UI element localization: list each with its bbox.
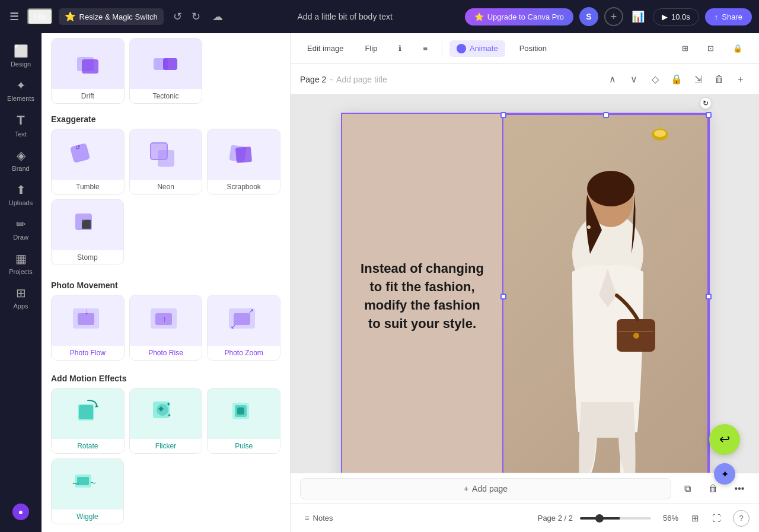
preview-button[interactable]: ▶ 10.0s [653, 8, 699, 26]
animate-button[interactable]: Animate [449, 40, 505, 57]
menu-icon[interactable]: ☰ [7, 8, 21, 26]
anim-card-photo-flow[interactable]: ↓ Photo Flow [51, 295, 125, 361]
info-button[interactable]: ℹ [391, 40, 409, 56]
canvas-top-bar: Page 2 - Add page title ∧ ∨ ◇ 🔒 ⇲ 🗑 + [291, 64, 759, 95]
checkerboard-button[interactable]: ⊞ [675, 40, 696, 56]
fullscreen-button[interactable]: ⛶ [707, 509, 726, 528]
undo-button[interactable]: ↺ [170, 8, 186, 26]
edit-image-button[interactable]: Edit image [300, 40, 350, 56]
anim-card-tectonic[interactable]: Tectonic [129, 38, 203, 104]
page-delete-button[interactable]: 🗑 [710, 71, 728, 88]
animation-icon-button[interactable]: ◇ [646, 71, 664, 88]
page-lock-button[interactable]: 🔒 [668, 71, 685, 88]
redo-button[interactable]: ↻ [188, 8, 204, 26]
rotate-handle-top[interactable]: ↻ [700, 97, 712, 109]
fab-arrow-button[interactable]: ↩ [709, 424, 740, 455]
rotate-label: Rotate [52, 439, 124, 453]
canvas-quote-text: Instead of changing to fit the fashion, … [360, 260, 484, 333]
zoom-slider[interactable] [580, 517, 651, 520]
svg-rect-18 [155, 313, 172, 325]
anim-card-photo-zoom[interactable]: ↗ ↙ Photo Zoom [207, 295, 280, 361]
share-icon: ↑ [715, 12, 719, 21]
sidebar-item-draw[interactable]: ✏ Draw [2, 212, 39, 246]
page-indicator: Page 2 / 2 [538, 514, 573, 523]
undo-redo-group: ↺ ↻ [170, 8, 204, 26]
design-canvas[interactable]: Instead of changing to fit the fashion, … [341, 113, 709, 473]
add-collaborator-button[interactable]: + [604, 7, 623, 26]
more-options-button[interactable]: ••• [729, 479, 750, 499]
sidebar-item-apps[interactable]: ⊞ Apps [2, 281, 39, 314]
cloud-save-icon[interactable]: ☁ [210, 8, 225, 26]
anim-card-pulse[interactable]: Pulse [207, 388, 280, 454]
canvas-top-right-icons: ∧ ∨ ◇ 🔒 ⇲ 🗑 + [604, 71, 750, 88]
add-page-title-button[interactable]: Add page title [336, 75, 387, 84]
page-up-button[interactable]: ∧ [604, 71, 621, 88]
grid-view-button[interactable]: ⊞ [685, 509, 704, 528]
sidebar-item-brand[interactable]: ◈ Brand [2, 144, 39, 177]
sidebar-item-design[interactable]: ⬜ Design [2, 39, 39, 72]
anim-card-tumble[interactable]: ↺ Tumble [51, 129, 125, 195]
sidebar-item-elements[interactable]: ✦ Elements [2, 74, 39, 107]
notes-button[interactable]: ≡ Notes [300, 511, 338, 525]
page-add-button[interactable]: + [732, 71, 750, 88]
share-button[interactable]: ↑ Share [705, 8, 752, 26]
photo-rise-thumb-icon: ↑ [145, 300, 186, 342]
svg-point-43 [587, 171, 634, 206]
magic-switch-label: Resize & Magic Switch [79, 12, 158, 21]
magic-switch-emoji: ⭐ [65, 11, 76, 22]
position-button[interactable]: Position [512, 40, 554, 56]
pulse-thumb-icon [223, 393, 264, 435]
menu-options-button[interactable]: ≡ [416, 40, 435, 56]
photo-movement-section-header: Photo Movement [42, 272, 290, 295]
document-title[interactable]: Add a little bit of body text [231, 12, 459, 21]
crop-icon: ⊡ [707, 44, 714, 53]
tumble-label: Tumble [52, 180, 124, 194]
upgrade-button[interactable]: ⭐ Upgrade to Canva Pro [465, 8, 573, 26]
add-page-button[interactable]: + Add page [300, 478, 671, 499]
photo-zoom-thumb-icon: ↗ ↙ [223, 300, 264, 342]
svg-marker-24 [95, 404, 98, 407]
sidebar-label-elements: Elements [7, 95, 34, 102]
user-avatar[interactable]: S [579, 7, 598, 26]
sidebar-item-uploads[interactable]: ⬆ Uploads [2, 178, 39, 211]
anim-card-scrapbook[interactable]: Scrapbook [207, 129, 280, 195]
canvas-photo-panel [502, 114, 707, 473]
woman-figure-svg [525, 135, 691, 473]
anim-card-flicker[interactable]: ✦ ✦ ✦ Flicker [129, 388, 203, 454]
sidebar-item-text[interactable]: T Text [2, 108, 39, 142]
analytics-icon[interactable]: 📊 [629, 8, 647, 26]
add-page-icon: + [464, 484, 468, 493]
photo-rise-label: Photo Rise [130, 346, 202, 360]
svg-text:↺: ↺ [75, 144, 80, 151]
wiggle-label: Wiggle [52, 509, 123, 524]
canvas-scroll-area[interactable]: Instead of changing to fit the fashion, … [291, 95, 759, 473]
anim-card-drift[interactable]: Drift [51, 38, 125, 104]
brand-dot-button[interactable]: ● [12, 504, 29, 520]
anim-card-photo-rise[interactable]: ↑ Photo Rise [129, 295, 203, 361]
page-down-button[interactable]: ∨ [625, 71, 643, 88]
anim-card-stomp[interactable]: ⬛ Stomp [51, 199, 124, 265]
anim-card-rotate[interactable]: Rotate [51, 388, 125, 454]
magic-switch-button[interactable]: ⭐ Resize & Magic Switch [59, 8, 164, 25]
crop-button[interactable]: ⊡ [700, 40, 721, 56]
page-resize-button[interactable]: ⇲ [689, 71, 707, 88]
file-button[interactable]: File [27, 8, 53, 25]
anim-card-wiggle[interactable]: 〜 〜 Wiggle [51, 458, 124, 524]
anim-card-neon[interactable]: Neon [129, 129, 203, 195]
sidebar-item-projects[interactable]: ▦ Projects [2, 247, 39, 280]
drift-thumb-icon [71, 47, 104, 81]
duplicate-page-button[interactable]: ⧉ [677, 479, 697, 499]
lock-button[interactable]: 🔒 [726, 40, 750, 56]
bottom-actions-bar: + Add page ⧉ 🗑 ••• [291, 473, 759, 504]
add-page-label: Add page [472, 484, 508, 493]
drift-label: Drift [52, 89, 124, 103]
help-button[interactable]: ? [733, 510, 750, 527]
upgrade-label: Upgrade to Canva Pro [487, 12, 564, 21]
brand-icon: ◈ [17, 148, 25, 163]
stomp-label: Stomp [52, 250, 123, 265]
fab-magic-button[interactable]: ✦ [714, 463, 735, 473]
svg-text:✦: ✦ [157, 403, 165, 415]
view-buttons: ⊞ ⛶ [685, 509, 726, 528]
canvas-left-panel: Instead of changing to fit the fashion, … [342, 114, 502, 473]
flip-button[interactable]: Flip [358, 40, 384, 56]
